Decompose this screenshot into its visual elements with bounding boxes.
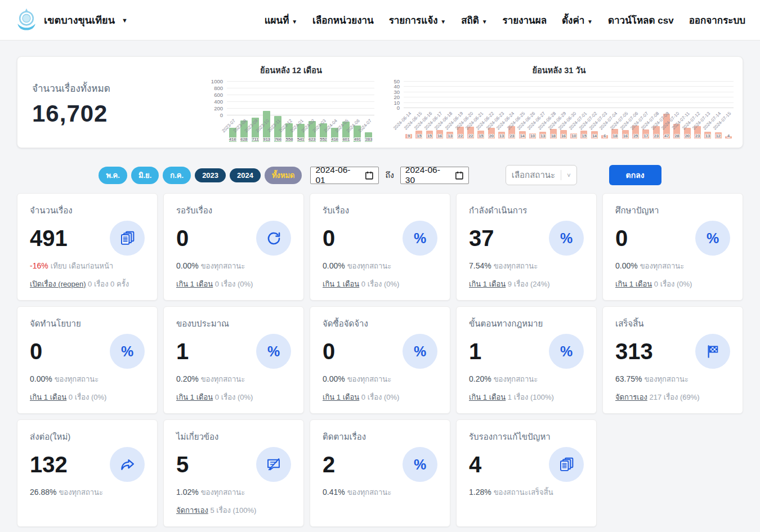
filter-pill-2[interactable]: ก.ค.	[163, 167, 191, 184]
subtext-label: ของสถานะเสร็จสิ้น	[494, 488, 553, 497]
card-subtext: 0.00%ของทุกสถานะ	[615, 260, 730, 272]
nav-item-1[interactable]: เลือกหน่วยงาน	[312, 12, 374, 28]
card-detail-link[interactable]: เกิน 1 เดือน	[323, 280, 359, 288]
y-axis-tick-label: 30	[385, 89, 400, 95]
card-detail-line: เกิน 1 เดือน 0 เรื่อง (0%)	[176, 391, 291, 403]
card-title: ขั้นตอนทางกฎหมาย	[469, 317, 584, 330]
y-axis-tick-label: 600	[208, 92, 223, 98]
card-detail-suffix: 1 เรื่อง (100%)	[506, 393, 554, 401]
card-subtext: 63.75%ของทุกสถานะ	[615, 373, 730, 385]
card-detail-link[interactable]: เกิน 1 เดือน	[323, 393, 359, 401]
card-value: 0	[176, 226, 189, 251]
status-card: จำนวนเรื่อง491-16%เทียบ เดือนก่อนหน้าเปิ…	[17, 193, 158, 301]
percent-of-total: 63.75%	[615, 374, 642, 383]
status-card: จัดทำนโยบาย0%0.00%ของทุกสถานะเกิน 1 เดือ…	[17, 306, 158, 414]
percent-of-total: 1.28%	[469, 488, 491, 497]
filter-pill-1[interactable]: มิ.ย.	[131, 167, 159, 184]
bar-value-label: 541	[297, 137, 304, 142]
card-detail-suffix: 0 เรื่อง (0%)	[359, 393, 399, 401]
status-card: ส่งต่อ(ใหม่)13226.88%ของทุกสถานะ	[17, 419, 158, 527]
filter-pill-4[interactable]: 2024	[230, 168, 261, 182]
percent-icon: %	[256, 334, 291, 369]
status-card: เสร็จสิ้น31363.75%ของทุกสถานะจัดการเอง 2…	[602, 306, 743, 414]
bar-value-label: 20	[685, 133, 689, 138]
nav-item-3[interactable]: สถิติ ▼	[461, 12, 487, 28]
card-value: 5	[176, 452, 189, 477]
nav-item-5[interactable]: ตั้งค่า ▼	[562, 12, 593, 28]
card-subtext: 0.41%ของทุกสถานะ	[323, 486, 437, 498]
y-axis-tick-label: 10	[385, 100, 400, 106]
bar-value-label: 22	[458, 133, 463, 138]
filter-pill-3[interactable]: 2023	[195, 168, 226, 182]
bar-value-label: 4	[727, 133, 730, 138]
calendar-icon[interactable]	[454, 171, 464, 180]
card-detail-link[interactable]: เปิดเรื่อง (reopen)	[30, 280, 86, 288]
bar-value-label: 283	[365, 137, 372, 142]
status-card: รับรองการแก้ไขปัญหา41.28%ของสถานะเสร็จสิ…	[456, 419, 597, 527]
card-detail-link[interactable]: จัดการเอง	[176, 506, 208, 515]
card-title: ส่งต่อ(ใหม่)	[30, 430, 145, 444]
percent-icon: %	[403, 334, 437, 369]
bar-value-label: 623	[309, 137, 315, 142]
filter-row: พ.ค.มิ.ย.ก.ค.20232024ทั้งหมด 2024-06-01 …	[0, 165, 760, 185]
bma-seal-logo	[15, 7, 38, 33]
bar-value-label: 13	[448, 133, 452, 138]
nav-item-4[interactable]: รายงานผล	[503, 12, 547, 28]
card-detail-link[interactable]: เกิน 1 เดือน	[176, 280, 213, 288]
filter-pill-0[interactable]: พ.ค.	[99, 167, 127, 184]
date-from-input[interactable]: 2024-06-01	[310, 167, 379, 184]
card-detail-link[interactable]: เกิน 1 เดือน	[469, 393, 506, 401]
documents-icon	[110, 221, 145, 256]
card-detail-suffix: 0 เรื่อง 0 ครั้ง	[86, 280, 129, 288]
chevron-down-icon: ▼	[585, 19, 593, 25]
summary-panel: จำนวนเรื่องทั้งหมด 16,702 ย้อนหลัง 12 เด…	[17, 56, 743, 148]
card-subtext: 0.20%ของทุกสถานะ	[469, 373, 584, 385]
district-selector[interactable]: เขตบางขุนเทียน ▼	[15, 7, 128, 33]
subtext-label: ของทุกสถานะ	[55, 375, 99, 383]
y-axis-tick-label: 200	[208, 105, 223, 111]
filter-pill-5[interactable]: ทั้งหมด	[265, 167, 302, 184]
percent-icon: %	[695, 221, 730, 256]
percent-of-total: 0.00%	[323, 374, 345, 383]
card-detail-suffix: 0 เรื่อง (0%)	[359, 280, 399, 288]
submit-button[interactable]: ตกลง	[609, 165, 661, 185]
card-detail-link[interactable]: จัดการเอง	[615, 393, 647, 401]
navbar: เขตบางขุนเทียน ▼ แผนที่ ▼เลือกหน่วยงานรา…	[0, 0, 760, 41]
bar-value-label: 416	[331, 137, 338, 142]
quick-filter-pills: พ.ค.มิ.ย.ก.ค.20232024ทั้งหมด	[99, 167, 302, 184]
nav-item-2[interactable]: รายการแจ้ง ▼	[389, 12, 446, 28]
card-detail-link[interactable]: เกิน 1 เดือน	[615, 280, 652, 288]
calendar-icon[interactable]	[364, 171, 374, 180]
bar-value-label: 13	[499, 133, 504, 138]
date-to-value: 2024-06-30	[405, 165, 450, 185]
date-to-input[interactable]: 2024-06-30	[400, 167, 469, 184]
card-value: 0	[323, 339, 335, 364]
card-detail-line: เปิดเรื่อง (reopen) 0 เรื่อง 0 ครั้ง	[30, 278, 145, 290]
chart-plot-area: 020040060080010004162023-076282023-08711…	[227, 81, 374, 142]
card-detail-link[interactable]: เกิน 1 เดือน	[176, 393, 213, 401]
card-detail-link[interactable]: เกิน 1 เดือน	[469, 280, 506, 288]
bar-value-label: 12	[716, 133, 720, 138]
chart-daily-31: ย้อนหลัง 31 วัน0102030405092024-06-14152…	[385, 64, 734, 138]
bar-value-label: 711	[252, 137, 258, 142]
card-value: 4	[469, 452, 481, 477]
bar-value-label: 13	[540, 133, 545, 138]
status-card: ขั้นตอนทางกฎหมาย1%0.20%ของทุกสถานะเกิน 1…	[456, 306, 597, 414]
chevron-down-icon: ▼	[439, 19, 446, 25]
nav-item-7[interactable]: ออกจากระบบ	[689, 12, 745, 28]
gridline	[227, 88, 374, 88]
card-title: ติดตามเรื่อง	[323, 430, 437, 444]
nav-item-0[interactable]: แผนที่ ▼	[265, 12, 297, 28]
bar-value-label: 10	[530, 133, 535, 138]
card-value: 1	[176, 339, 189, 364]
percent-of-total: 7.54%	[469, 261, 491, 270]
subtext-label: ของทุกสถานะ	[640, 262, 684, 270]
card-subtext: 7.54%ของทุกสถานะ	[469, 260, 584, 272]
checkered-flag-icon	[695, 334, 730, 369]
card-detail-link[interactable]: เกิน 1 เดือน	[30, 393, 66, 401]
card-subtext: 1.28%ของสถานะเสร็จสิ้น	[469, 486, 584, 498]
chart-title: ย้อนหลัง 31 วัน	[385, 64, 734, 77]
nav-item-6[interactable]: ดาวน์โหลด csv	[608, 12, 674, 28]
card-detail-line: เกิน 1 เดือน 0 เรื่อง (0%)	[323, 391, 437, 403]
status-select[interactable]: เลือกสถานะ ˅	[506, 165, 577, 185]
